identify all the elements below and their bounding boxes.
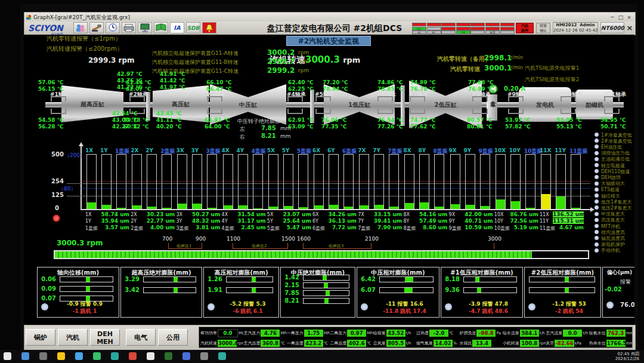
vib-bar-label: 9X (449, 147, 457, 153)
nav-button-电气[interactable]: 电气 (126, 329, 156, 346)
taskbar-app-icon[interactable] (93, 352, 101, 360)
process-field-label: 小机转速 (503, 340, 519, 346)
vib-readout-label: 1盖振 (85, 225, 98, 232)
printer-icon[interactable] (122, 22, 136, 33)
panel-value: 0.09 (39, 285, 56, 292)
process-field-label: 给水流量 (503, 330, 519, 336)
taskbar-app-icon[interactable] (57, 352, 65, 360)
vib-bar-label: 9盖振 (479, 147, 493, 155)
maximize-button[interactable]: □ (617, 14, 625, 20)
vib-bar-outline (147, 154, 157, 209)
nav-button-汽机[interactable]: 汽机 (58, 329, 88, 346)
g11-value: 3000.2 (267, 48, 295, 57)
bearing-temp-bottom: 76.54 ℃ (377, 117, 403, 123)
alarm-grid-cell (500, 23, 515, 26)
taskbar-app-icon[interactable] (21, 352, 29, 360)
vib-readout-label: 10X (494, 212, 504, 217)
vib-bar-label: 8盖振 (433, 147, 447, 155)
process-field-value: 0.0 (563, 330, 582, 337)
bearing-temp-bottom: 64.00 ℃ (205, 124, 230, 130)
bearing-temp-top: 77.20 ℃ (323, 79, 348, 85)
bearing-temp-bottom: 76.06 ℃ (321, 117, 347, 123)
process-field-value: -82.66 (555, 340, 574, 347)
monitor-icon[interactable] (138, 22, 152, 33)
close-button[interactable]: × (625, 14, 633, 20)
bearing-temp-top: 74.86 ℃ (377, 79, 403, 85)
status-indicator-lamp (595, 187, 599, 192)
vib-readout-value: 7.90 um (371, 224, 402, 230)
vib-readout-label: 10Y (494, 219, 503, 224)
vib-bar-outline (450, 154, 460, 209)
vib-readout-value: 10.59 um (462, 224, 493, 230)
exit-button[interactable]: × (626, 22, 634, 33)
minimize-button[interactable]: ─ (608, 14, 617, 20)
vib-readout-value: 57.49 um (416, 218, 447, 224)
hp-temp-top: 41.91 ℃ (160, 71, 185, 77)
book-icon[interactable] (154, 22, 168, 33)
clock-icon[interactable] (106, 22, 120, 33)
vib-bar-fill (178, 204, 187, 209)
bearing-temp-bottom: 55.13 ℃ (556, 124, 582, 130)
vib-readout-value: 5.19 um (507, 224, 538, 230)
process-field-value: 14.02 (434, 340, 453, 347)
vib-bar-label: 5盖振 (297, 147, 311, 155)
bearing-temp-top: 66.47 ℃ (206, 86, 232, 92)
panel-trip-row: -6 跳机 6.1 (219, 307, 277, 315)
alarm-grid-cell: 87 (427, 30, 441, 34)
alarm-bell-icon[interactable] (202, 22, 216, 33)
users-icon[interactable] (73, 22, 88, 33)
screen-photo: GraphX-[gra/#20T_汽机安全监视.grx] ─ □ × SCIYO… (0, 0, 644, 363)
bearing-bracket-bottom (377, 109, 393, 114)
vib-bar-outline (283, 154, 293, 209)
taskbar-app-icon[interactable] (218, 352, 226, 360)
taskbar-app-icon[interactable] (165, 352, 172, 360)
nav-button-DEHMEH[interactable]: DEHMEH (90, 329, 120, 346)
bearing-temp-bottom: 77.35 ℃ (321, 124, 347, 130)
process-field-label: 主汽流量 (546, 330, 562, 336)
process-field-unit: mm (626, 341, 632, 346)
taskbar-app-icon[interactable] (200, 352, 208, 360)
nav-button-锅炉[interactable]: 锅炉 (26, 329, 55, 346)
vib-bar-label: 4Y (237, 147, 244, 153)
bearing-temp-bottom: 57.82 ℃ (505, 124, 531, 130)
bearing-temp-bottom: 50.71 ℃ (600, 124, 626, 130)
status-indicator-lamp (595, 248, 599, 253)
logo-text: SCIYON (28, 23, 63, 33)
taskbar-app-icon[interactable] (147, 352, 154, 360)
nav-button-公用[interactable]: 公用 (158, 329, 188, 346)
process-field-value: 762.3 (606, 330, 626, 337)
vib-bar-outline (86, 154, 97, 209)
bearing-temp-bottom: 80.57 ℃ (467, 117, 493, 123)
taskbar-clock[interactable]: 02:45 周四2024/12/26 (615, 352, 639, 361)
taskbar-app-icon[interactable] (129, 352, 137, 360)
taskbar-app-icon[interactable] (75, 352, 83, 360)
process-field: 炉膛负压-98.8Pa (459, 328, 502, 337)
alarm-grid-cell (441, 30, 456, 34)
vib-readout-value: 22.77 um (144, 218, 175, 224)
bearing-bracket-top (377, 96, 393, 101)
taskbar-app-icon[interactable] (4, 352, 11, 360)
alarm-ack-button[interactable]: 报警确认 (536, 23, 550, 33)
tools-icon[interactable] (89, 22, 104, 33)
bearing-temp-bottom: 80.81 ℃ (467, 124, 493, 130)
vib-bar-fill (147, 207, 156, 209)
speed-tick-label: 3000 (488, 236, 501, 242)
app-icon (26, 15, 31, 20)
vib-tick-200-sec: （200） (64, 152, 85, 159)
taskbar-app-icon[interactable] (182, 352, 190, 360)
sdb-logo[interactable]: SDB (186, 22, 200, 33)
ia-logo[interactable]: IA (170, 22, 184, 33)
taskbar-app-icon[interactable] (111, 352, 119, 360)
vib-readout-value: 50.27 um (189, 211, 220, 217)
vib-bar-label: 5X (267, 147, 275, 153)
bearing-bracket-bottom (207, 109, 222, 114)
vib-readout-value: 3.81 um (189, 224, 220, 230)
taskbar-app-icon[interactable] (39, 352, 47, 360)
vib-bar-outline (132, 154, 142, 209)
vib-bar-label: 2X (131, 147, 138, 153)
status-indicator-lamp (595, 205, 599, 210)
process-field: 真空-82.66kPa (546, 339, 589, 347)
vib-readout-label: 8X (403, 212, 410, 217)
process-field-value: -2.0 (429, 330, 448, 337)
vib-bar-label: 8X (403, 147, 411, 153)
